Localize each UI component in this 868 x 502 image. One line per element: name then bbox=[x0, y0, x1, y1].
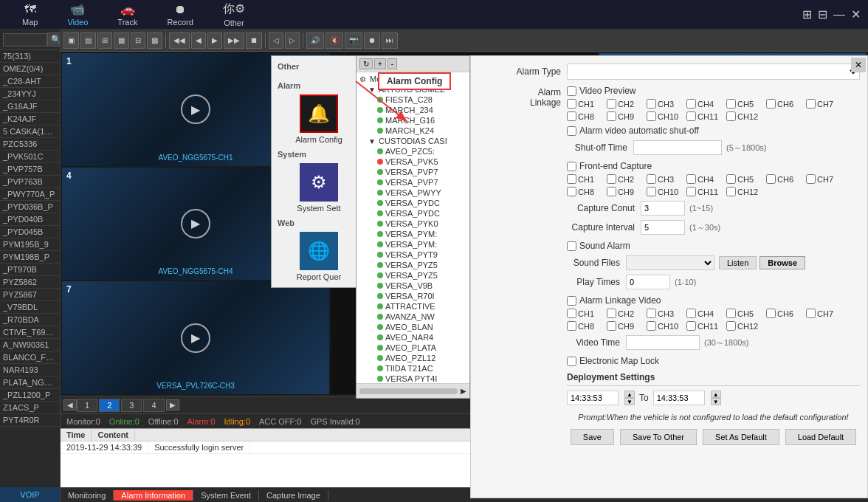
sidebar-item-6[interactable]: 5 CASKA(14/35) bbox=[0, 126, 60, 138]
tb-btn-8[interactable]: ▶ bbox=[207, 32, 222, 49]
tree-vehicle-fiesta[interactable]: FIESTA_C28 bbox=[358, 94, 468, 105]
tb-btn-3[interactable]: ▦ bbox=[114, 32, 129, 49]
page-tab-2[interactable]: 2 bbox=[99, 399, 120, 412]
sidebar-item-13[interactable]: _PYD040B bbox=[0, 213, 60, 226]
system-settings-icon[interactable]: ⚙ bbox=[300, 163, 338, 202]
deploy-to-up[interactable]: ▲ bbox=[711, 391, 721, 398]
tree-vehicle-versa-pyz5a[interactable]: VERSA_PYZ5 bbox=[358, 260, 468, 270]
shutoff-time-input[interactable] bbox=[633, 140, 722, 155]
load-default-button[interactable]: Load Default bbox=[785, 429, 856, 445]
tree-vehicle-versa-pwy[interactable]: VERSA_PWYY bbox=[358, 188, 468, 198]
tree-vehicle-versa-pydc2[interactable]: VERSA_PYDC bbox=[358, 208, 468, 219]
bottom-tab-monitoring[interactable]: Monitoring bbox=[61, 490, 114, 501]
sidebar-item-20[interactable]: _V79BDL bbox=[0, 301, 60, 314]
deploy-to-down[interactable]: ▼ bbox=[711, 398, 721, 405]
auto-shutoff-checkbox[interactable] bbox=[567, 126, 576, 136]
sidebar-item-1[interactable]: OMEZ(0/4) bbox=[0, 63, 60, 75]
play-times-input[interactable] bbox=[626, 275, 670, 289]
minus-icon[interactable]: — bbox=[833, 8, 845, 21]
tree-vehicle-versa-pym2[interactable]: VERSA_PYM: bbox=[358, 239, 468, 250]
tb-btn-0[interactable]: ▣ bbox=[63, 32, 79, 49]
cap-ch4[interactable]: CH4 bbox=[686, 174, 723, 184]
deploy-from-down[interactable]: ▼ bbox=[624, 398, 635, 405]
grid-icon[interactable]: ⊞ bbox=[802, 7, 812, 21]
cap-ch9[interactable]: CH9 bbox=[607, 187, 644, 196]
tb-btn-7[interactable]: ◀ bbox=[191, 32, 206, 49]
tree-vehicle-versa-pvp7b[interactable]: VERSA_PVP7 bbox=[358, 177, 468, 188]
play-btn-1[interactable]: ▶ bbox=[181, 94, 210, 124]
vp-ch5[interactable]: CH5 bbox=[726, 99, 763, 109]
sidebar-item-8[interactable]: _PVK501C bbox=[0, 151, 60, 163]
bottom-tab-system[interactable]: System Event bbox=[193, 490, 259, 501]
alarm-linkage-video-checkbox[interactable] bbox=[567, 296, 576, 306]
vp-ch3[interactable]: CH3 bbox=[647, 99, 683, 109]
sidebar-item-28[interactable]: Z1ACS_P bbox=[0, 402, 60, 414]
vp-ch9[interactable]: CH9 bbox=[607, 111, 644, 121]
tree-vehicle-versa-pyt9[interactable]: VERSA_PYT9 bbox=[358, 250, 468, 260]
tree-vehicle-versa-pydc1[interactable]: VERSA_PYDC bbox=[358, 198, 468, 208]
cap-ch1[interactable]: CH1 bbox=[567, 174, 604, 184]
sidebar-item-18[interactable]: PYZ5862 bbox=[0, 276, 60, 289]
report-query-item[interactable]: 🌐 Report Quer bbox=[272, 229, 366, 284]
sidebar-item-25[interactable]: NAR4193 bbox=[0, 364, 60, 376]
cap-ch3[interactable]: CH3 bbox=[647, 174, 683, 184]
set-as-default-button[interactable]: Set As Default bbox=[703, 429, 779, 445]
listen-button[interactable]: Listen bbox=[719, 256, 757, 269]
sidebar-item-29[interactable]: PYT4R0R bbox=[0, 414, 60, 427]
vp-ch4[interactable]: CH4 bbox=[686, 99, 723, 109]
vp-ch12[interactable]: CH12 bbox=[726, 111, 763, 121]
tree-vehicle-avanza[interactable]: AVANZA_NW bbox=[358, 312, 468, 322]
tree-vehicle-versa-pyz5b[interactable]: VERSA_PYZ5 bbox=[358, 270, 468, 281]
page-tab-4[interactable]: 4 bbox=[143, 399, 164, 412]
tree-vehicle-march234[interactable]: MARCH_234 bbox=[358, 105, 468, 115]
sidebar-item-2[interactable]: _C28-AHT bbox=[0, 75, 60, 88]
sidebar-item-12[interactable]: _PYD036B_P bbox=[0, 201, 60, 213]
cap-ch7[interactable]: CH7 bbox=[806, 174, 843, 184]
nav-record[interactable]: ⏺ Record bbox=[152, 3, 207, 27]
vp-ch8[interactable]: CH8 bbox=[567, 111, 604, 121]
sidebar-item-16[interactable]: PYM198B_P bbox=[0, 251, 60, 264]
deploy-to-input[interactable] bbox=[653, 391, 705, 405]
lv-ch5[interactable]: CH5 bbox=[726, 309, 763, 318]
tb-btn-14[interactable]: 🔇 bbox=[326, 32, 343, 49]
lv-ch8[interactable]: CH8 bbox=[567, 321, 604, 331]
vp-ch1[interactable]: CH1 bbox=[567, 99, 604, 109]
bottom-tab-capture[interactable]: Capture Image bbox=[259, 490, 328, 501]
sidebar-item-27[interactable]: _PZL1200_P bbox=[0, 389, 60, 402]
sidebar-item-5[interactable]: _K24AJF bbox=[0, 113, 60, 126]
tree-vehicle-attractive[interactable]: ATTRACTIVE bbox=[358, 301, 468, 312]
tree-vehicle-versa-v9b[interactable]: VERSA_V9B bbox=[358, 281, 468, 291]
tree-vehicle-versa-pym1[interactable]: VERSA_PYM: bbox=[358, 229, 468, 239]
nav-other[interactable]: 你⚙ Other bbox=[208, 1, 260, 27]
alarm-config-icon[interactable]: 🔔 bbox=[300, 94, 338, 133]
sidebar-item-17[interactable]: _PT970B bbox=[0, 264, 60, 276]
cap-ch6[interactable]: CH6 bbox=[766, 174, 803, 184]
sidebar-item-4[interactable]: _G16AJF bbox=[0, 100, 60, 113]
sidebar-item-22[interactable]: CTIVE_T69ACR bbox=[0, 326, 60, 339]
alarm-config-item[interactable]: 🔔 Alarm Config bbox=[272, 92, 366, 147]
vp-ch2[interactable]: CH2 bbox=[607, 99, 644, 109]
sidebar-item-19[interactable]: PYZ5867 bbox=[0, 289, 60, 301]
minimize-icon[interactable]: ⊟ bbox=[818, 7, 827, 21]
lv-ch9[interactable]: CH9 bbox=[607, 321, 644, 331]
sidebar-item-26[interactable]: PLATA_NGG5978 bbox=[0, 376, 60, 389]
tree-vehicle-aveo-blan[interactable]: AVEO_BLAN bbox=[358, 322, 468, 332]
vp-ch6[interactable]: CH6 bbox=[766, 99, 803, 109]
sidebar-item-11[interactable]: _PWY770A_P bbox=[0, 188, 60, 201]
alarm-close-button[interactable]: ✕ bbox=[851, 58, 866, 72]
sidebar-item-14[interactable]: _PYD045B bbox=[0, 226, 60, 238]
lv-ch4[interactable]: CH4 bbox=[686, 309, 723, 318]
cap-ch8[interactable]: CH8 bbox=[567, 187, 604, 196]
report-icon[interactable]: 🌐 bbox=[300, 232, 338, 270]
tree-vehicle-aveo[interactable]: AVEO_PZC5: bbox=[358, 146, 468, 157]
sidebar-item-7[interactable]: PZC5336 bbox=[0, 138, 60, 151]
tb-btn-4[interactable]: ⊟ bbox=[131, 32, 145, 49]
tree-vehicle-marchg16[interactable]: MARCH_G16 bbox=[358, 115, 468, 126]
tb-btn-15[interactable]: 📷 bbox=[345, 32, 362, 49]
tb-btn-2[interactable]: ⊞ bbox=[97, 32, 112, 49]
nav-map[interactable]: 🗺 Map bbox=[7, 3, 52, 27]
sidebar-item-23[interactable]: A_NW90361 bbox=[0, 339, 60, 351]
sidebar-item-15[interactable]: PYM195B_9 bbox=[0, 238, 60, 251]
video-cell-7[interactable]: 7 ▶ VERSA_PVL726C-CH3 bbox=[62, 281, 329, 394]
tree-scroll-bar[interactable]: ▶ bbox=[356, 383, 469, 398]
